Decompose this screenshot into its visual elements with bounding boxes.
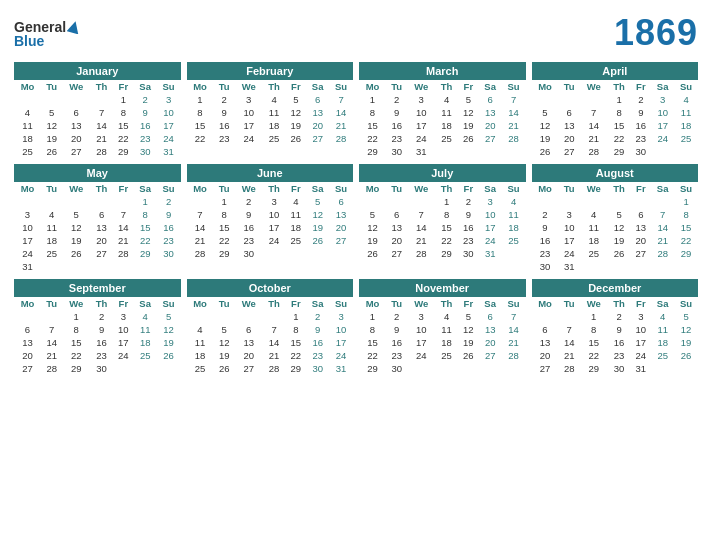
day-cell: 15 (113, 119, 134, 132)
day-cell: 6 (479, 93, 502, 106)
day-cell: 19 (213, 349, 234, 362)
day-cell: 16 (213, 119, 234, 132)
day-header-mo: Mo (187, 182, 214, 195)
day-cell: 23 (306, 349, 329, 362)
day-cell: 6 (62, 106, 90, 119)
svg-marker-0 (67, 20, 81, 34)
day-cell: 20 (306, 119, 329, 132)
month-header-may: May (14, 164, 181, 182)
day-cell: 22 (580, 349, 608, 362)
day-header-we: We (580, 80, 608, 93)
day-cell: 26 (608, 247, 631, 260)
day-cell: 28 (580, 145, 608, 158)
day-cell (113, 195, 134, 208)
day-header-sa: Sa (306, 297, 329, 310)
day-header-fr: Fr (113, 182, 134, 195)
day-cell: 10 (157, 106, 181, 119)
day-cell: 27 (558, 145, 579, 158)
day-cell: 29 (435, 247, 458, 260)
day-header-sa: Sa (306, 182, 329, 195)
day-cell: 21 (502, 119, 526, 132)
day-cell: 22 (113, 132, 134, 145)
week-row: 123 (14, 93, 181, 106)
day-header-sa: Sa (306, 80, 329, 93)
day-cell: 15 (62, 336, 90, 349)
month-june: JuneMoTuWeThFrSaSu1234567891011121314151… (187, 164, 354, 273)
day-cell: 26 (532, 145, 559, 158)
day-cell: 11 (14, 119, 41, 132)
week-row: 567891011 (359, 208, 526, 221)
day-cell: 3 (407, 93, 435, 106)
day-cell: 2 (630, 93, 651, 106)
logo-general-text: General (14, 20, 66, 34)
day-cell (187, 195, 214, 208)
day-cell: 14 (407, 221, 435, 234)
day-cell: 24 (479, 234, 502, 247)
week-row: 17181920212223 (14, 234, 181, 247)
week-row: 20212223242526 (532, 349, 699, 362)
day-cell (532, 310, 559, 323)
day-cell (407, 362, 435, 375)
day-cell: 21 (90, 132, 113, 145)
day-cell (187, 310, 214, 323)
month-january: JanuaryMoTuWeThFrSaSu1234567891011121314… (14, 62, 181, 158)
day-cell: 7 (580, 106, 608, 119)
day-cell: 25 (41, 247, 62, 260)
day-cell: 23 (134, 132, 157, 145)
day-cell: 27 (329, 234, 353, 247)
day-cell: 23 (386, 132, 407, 145)
day-cell: 7 (558, 323, 579, 336)
day-cell: 12 (213, 336, 234, 349)
week-row: 15161718192021 (359, 336, 526, 349)
day-cell (14, 310, 41, 323)
day-cell: 4 (435, 93, 458, 106)
day-header-fr: Fr (113, 80, 134, 93)
day-cell: 19 (674, 336, 698, 349)
month-august: AugustMoTuWeThFrSaSu12345678910111213141… (532, 164, 699, 273)
day-header-we: We (407, 182, 435, 195)
day-cell (479, 145, 502, 158)
header: General Blue 1869 (14, 12, 698, 54)
day-cell: 21 (651, 234, 674, 247)
day-cell: 14 (41, 336, 62, 349)
month-november: NovemberMoTuWeThFrSaSu123456789101112131… (359, 279, 526, 375)
day-cell (651, 260, 674, 273)
day-cell: 22 (285, 349, 306, 362)
day-cell (134, 260, 157, 273)
week-row: 1234567 (187, 93, 354, 106)
month-header-october: October (187, 279, 354, 297)
day-header-we: We (235, 182, 263, 195)
day-cell: 28 (263, 362, 286, 375)
day-cell: 5 (608, 208, 631, 221)
day-cell: 24 (407, 349, 435, 362)
day-cell: 23 (90, 349, 113, 362)
day-header-mo: Mo (14, 297, 41, 310)
day-cell: 6 (329, 195, 353, 208)
day-cell: 3 (558, 208, 579, 221)
day-cell: 30 (458, 247, 479, 260)
day-header-tu: Tu (213, 80, 234, 93)
day-cell: 10 (479, 208, 502, 221)
day-cell (558, 195, 579, 208)
day-cell (90, 195, 113, 208)
day-cell (263, 310, 286, 323)
day-cell (532, 195, 559, 208)
day-cell: 28 (558, 362, 579, 375)
week-row: 19202122232425 (532, 132, 699, 145)
day-cell (62, 260, 90, 273)
day-header-tu: Tu (558, 182, 579, 195)
day-header-th: Th (608, 80, 631, 93)
day-cell: 17 (407, 336, 435, 349)
day-header-mo: Mo (532, 182, 559, 195)
week-row: 3456789 (14, 208, 181, 221)
logo-triangle-icon (67, 20, 81, 36)
day-cell: 9 (306, 323, 329, 336)
day-cell (14, 93, 41, 106)
day-cell: 1 (580, 310, 608, 323)
day-cell: 2 (90, 310, 113, 323)
day-cell: 13 (479, 106, 502, 119)
day-cell (407, 195, 435, 208)
month-table-november: MoTuWeThFrSaSu12345678910111213141516171… (359, 297, 526, 375)
day-cell: 22 (213, 234, 234, 247)
day-cell: 3 (157, 93, 181, 106)
